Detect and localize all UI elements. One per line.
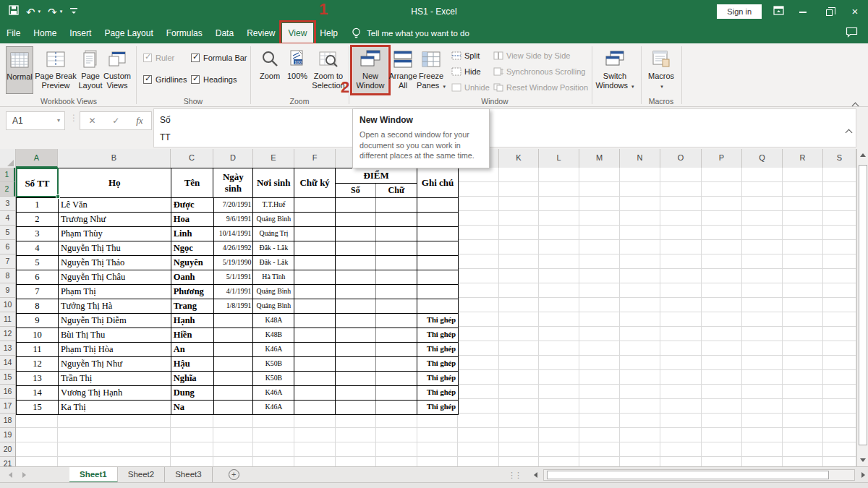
feedback-icon[interactable]	[846, 27, 858, 40]
table-cell[interactable]	[336, 314, 376, 328]
table-cell[interactable]	[214, 401, 254, 414]
table-cell[interactable]: K48B	[253, 328, 294, 342]
table-cell[interactable]	[417, 299, 458, 313]
restore-button[interactable]	[822, 0, 836, 23]
scroll-down-button[interactable]	[858, 454, 868, 466]
scroll-right-button[interactable]	[856, 469, 868, 481]
horizontal-scrollbar-thumb[interactable]	[547, 471, 829, 479]
column-header-P[interactable]: P	[702, 149, 742, 168]
table-cell[interactable]	[376, 343, 417, 356]
header-cell-diem[interactable]: ĐIỂM Số Chữ	[336, 168, 417, 197]
table-cell[interactable]: 13	[17, 372, 59, 385]
column-header-E[interactable]: E	[253, 149, 294, 168]
table-cell[interactable]	[376, 386, 417, 400]
next-sheet-icon[interactable]	[22, 472, 26, 478]
row-header-15[interactable]: 15	[0, 370, 15, 385]
table-cell[interactable]	[376, 198, 417, 212]
table-cell[interactable]: Quảng Bình	[253, 285, 294, 299]
table-cell[interactable]: 8	[17, 299, 59, 313]
previous-sheet-icon[interactable]	[9, 472, 12, 478]
table-cell[interactable]	[214, 328, 254, 342]
table-cell[interactable]: Thi ghép	[417, 314, 458, 328]
column-header-C[interactable]: C	[171, 149, 213, 168]
scroll-left-button[interactable]	[529, 469, 542, 481]
page-layout-view-button[interactable]: Page Layout	[78, 46, 103, 94]
table-cell[interactable]	[336, 401, 376, 414]
header-cell-ghi-chu[interactable]: Ghi chú	[417, 168, 458, 197]
switch-windows-button[interactable]: Switch Windows ▾	[595, 46, 635, 94]
row-header-18[interactable]: 18	[0, 414, 15, 428]
table-cell[interactable]	[294, 227, 336, 241]
header-cell-chu-ky[interactable]: Chữ ký	[294, 168, 336, 197]
table-cell[interactable]: Phạm Thị	[59, 285, 171, 299]
sheet-tab-sheet3[interactable]: Sheet3	[165, 467, 212, 483]
table-cell[interactable]: Nguyễn Thị Châu	[59, 270, 171, 284]
table-cell[interactable]: Hoa	[171, 213, 214, 226]
table-cell[interactable]: K46A	[253, 386, 294, 400]
table-cell[interactable]: Phạm Thị Hòa	[59, 343, 171, 356]
table-cell[interactable]: Nguyễn Thị Diễm	[59, 314, 171, 328]
column-header-D[interactable]: D	[213, 149, 253, 168]
column-header-O[interactable]: O	[660, 149, 702, 168]
table-cell[interactable]	[294, 256, 336, 270]
table-cell[interactable]: 5/1/1991	[214, 270, 254, 284]
unhide-button[interactable]: Unhide	[451, 81, 490, 94]
table-cell[interactable]: Trang	[171, 299, 214, 313]
table-cell[interactable]: Nguyễn Thị Như	[59, 357, 171, 371]
table-cell[interactable]	[294, 299, 336, 313]
column-header-L[interactable]: L	[539, 149, 579, 168]
hide-button[interactable]: Hide	[451, 65, 481, 78]
horizontal-scrollbar[interactable]	[543, 469, 855, 481]
table-cell[interactable]	[336, 372, 376, 385]
table-cell[interactable]: Trần Thị	[59, 372, 171, 385]
table-cell[interactable]: 3	[17, 227, 59, 241]
row-header-20[interactable]: 20	[0, 442, 15, 457]
new-window-button[interactable]: New Window 2	[353, 46, 388, 94]
table-cell[interactable]	[376, 213, 417, 226]
table-cell[interactable]	[214, 343, 254, 356]
table-cell[interactable]	[294, 314, 336, 328]
tab-review[interactable]: Review	[240, 23, 281, 43]
table-cell[interactable]	[417, 285, 458, 299]
table-cell[interactable]: 5/19/1990	[214, 256, 254, 270]
table-cell[interactable]: Vương Thị Hạnh	[59, 386, 171, 400]
table-cell[interactable]: 7	[17, 285, 59, 299]
table-cell[interactable]	[376, 256, 417, 270]
table-cell[interactable]	[376, 357, 417, 371]
table-cell[interactable]: Quảng Bình	[253, 213, 294, 226]
normal-view-button[interactable]: Normal	[6, 46, 33, 94]
table-cell[interactable]: Thi ghép	[417, 343, 458, 356]
row-header-4[interactable]: 4	[0, 211, 15, 226]
table-cell[interactable]: Thi ghép	[417, 328, 458, 342]
enter-icon[interactable]: ✓	[112, 116, 119, 126]
row-header-6[interactable]: 6	[0, 240, 15, 254]
row-header-16[interactable]: 16	[0, 385, 15, 399]
table-cell[interactable]: 10/14/1991	[214, 227, 254, 241]
row-header-7[interactable]: 7	[0, 254, 15, 269]
table-cell[interactable]: Thi ghép	[417, 386, 458, 400]
formula-bar-checkbox[interactable]: ✓Formula Bar	[191, 53, 247, 62]
tab-splitter-handle[interactable]: ⋮⋮	[508, 468, 521, 481]
table-cell[interactable]: An	[171, 343, 214, 356]
tab-page-layout[interactable]: Page Layout	[98, 23, 159, 43]
table-cell[interactable]: Na	[171, 401, 214, 414]
table-cell[interactable]: Nguyên	[171, 256, 214, 270]
table-cell[interactable]	[294, 401, 336, 414]
table-cell[interactable]: Thi ghép	[417, 372, 458, 385]
select-all-button[interactable]	[0, 149, 16, 168]
table-cell[interactable]: 10	[17, 328, 59, 342]
table-cell[interactable]	[294, 285, 336, 299]
table-cell[interactable]: 12	[17, 357, 59, 371]
table-cell[interactable]: Nguyễn Thị Thảo	[59, 256, 171, 270]
header-cell-stt[interactable]: Số TT	[17, 168, 59, 197]
column-header-N[interactable]: N	[620, 149, 660, 168]
row-header-2[interactable]: 2	[0, 182, 15, 197]
table-cell[interactable]: 9/6/1991	[214, 213, 254, 226]
table-cell[interactable]: 1/8/1991	[214, 299, 254, 313]
table-cell[interactable]	[294, 198, 336, 212]
table-cell[interactable]: 2	[17, 213, 59, 226]
table-cell[interactable]	[294, 241, 336, 255]
arrange-all-button[interactable]: Arrange All	[391, 46, 415, 94]
table-cell[interactable]: Hạnh	[171, 314, 214, 328]
table-cell[interactable]	[294, 372, 336, 385]
